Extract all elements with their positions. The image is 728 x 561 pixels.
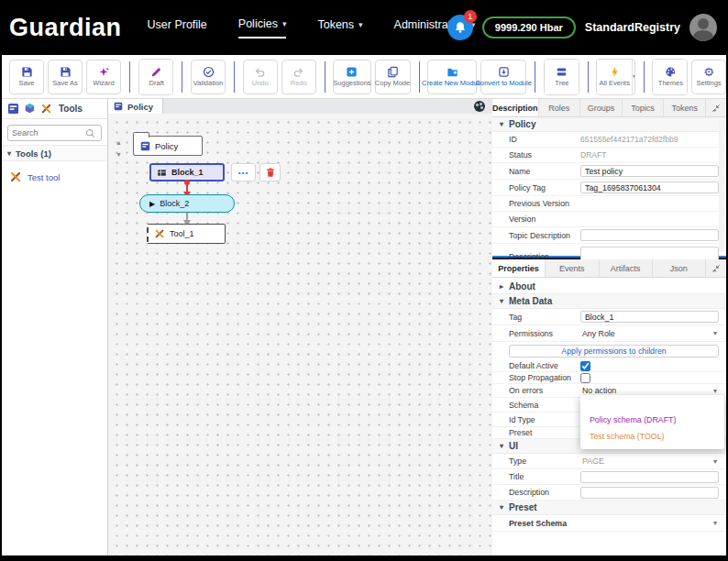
vertical-scrollbar[interactable] — [719, 119, 724, 252]
create-new-module-label: Create New Module — [422, 80, 482, 88]
dropdown-option-policy-schema[interactable]: Policy schema (DRAFT) — [580, 412, 724, 428]
palette-indicator-icon[interactable] — [474, 101, 485, 112]
permissions-select[interactable]: Any Role ▾ — [580, 327, 719, 340]
redo-icon — [292, 66, 304, 79]
wizard-sparkle-icon — [98, 66, 110, 79]
notifications-button[interactable]: 1 — [447, 15, 473, 40]
section-header-policy[interactable]: ▾ Policy — [492, 117, 726, 132]
save-button-label: Save — [18, 80, 34, 88]
undo-button[interactable]: Undo — [243, 60, 278, 94]
section-header-meta-data[interactable]: ▾ Meta Data — [492, 294, 726, 309]
undo-button-label: Undo — [252, 80, 269, 88]
redo-button[interactable]: Redo — [281, 60, 316, 94]
tree-collapse-stepper[interactable]: ▲ ▼ — [116, 139, 122, 158]
field-label: Default Active — [509, 361, 580, 370]
gear-icon: ⚙ — [703, 66, 714, 79]
dropdown-option-test-schema[interactable]: Test schema (TOOL) — [580, 428, 724, 445]
block-node-block-2[interactable]: ▶ Block_2 — [139, 194, 235, 213]
apply-permissions-button[interactable]: Apply permissions to children — [509, 345, 719, 358]
nav-item-tokens[interactable]: Tokens ▾ — [317, 17, 362, 38]
field-label: Type — [509, 456, 580, 466]
draft-button[interactable]: Draft — [139, 60, 174, 94]
collapse-panel-icon[interactable] — [706, 99, 726, 116]
search-input[interactable] — [12, 128, 85, 138]
tab-topics[interactable]: Topics — [623, 99, 665, 116]
all-events-dropdown-caret[interactable]: ▾ — [632, 60, 634, 94]
tool-list-item-test-tool[interactable]: Test tool — [2, 167, 107, 187]
tree-view-button[interactable]: Tree — [545, 60, 579, 94]
save-as-button[interactable]: Save As — [48, 60, 83, 94]
collapse-panel-icon[interactable] — [706, 259, 726, 277]
tab-groups[interactable]: Groups — [580, 99, 623, 116]
field-row-stop-propagation: Stop Propagation — [492, 372, 726, 384]
default-active-checkbox[interactable] — [580, 361, 590, 371]
blocks-tab-icon[interactable] — [7, 103, 19, 115]
convert-to-module-button[interactable]: Convert to Module — [480, 60, 526, 94]
delete-block-button[interactable] — [259, 163, 281, 182]
canvas-grid[interactable]: ▲ ▼ Policy Block_1 ••• ▶ Block_2 — [108, 114, 492, 556]
stop-propagation-checkbox[interactable] — [580, 373, 590, 383]
toolbar-divider — [644, 61, 645, 93]
type-select[interactable]: PAGE ▾ — [580, 455, 719, 468]
hbar-balance-badge[interactable]: 9999.290 Hbar — [482, 16, 576, 38]
preset-schema-select[interactable]: ▾ — [580, 517, 719, 530]
container-block-icon — [157, 168, 167, 178]
dropdown-option-blank[interactable] — [580, 399, 724, 412]
policy-tag-input[interactable] — [580, 182, 719, 193]
wizard-button[interactable]: Wizard — [86, 60, 121, 94]
field-row-policy-tag: Policy Tag — [492, 180, 726, 196]
block-label: Block_1 — [171, 168, 204, 177]
block-node-tool-1[interactable]: Tool_1 — [147, 224, 226, 244]
tab-json[interactable]: Json — [653, 259, 706, 277]
field-readonly-value: DRAFT — [580, 150, 606, 160]
save-button[interactable]: Save — [9, 60, 44, 94]
block-node-policy-root[interactable]: Policy — [133, 136, 203, 156]
nav-item-policies[interactable]: Policies ▾ — [238, 17, 287, 38]
tools-tab-icon[interactable] — [40, 103, 52, 115]
chevron-down-icon: ▾ — [500, 503, 503, 512]
suggestions-button[interactable]: Suggestions — [333, 60, 370, 94]
field-label: Name — [509, 167, 580, 176]
pencil-icon — [150, 66, 162, 79]
field-label: Id Type — [509, 415, 580, 424]
trash-icon — [265, 167, 276, 178]
name-input[interactable] — [580, 165, 719, 177]
settings-button[interactable]: ⚙ Settings — [691, 60, 726, 94]
toolbar-divider — [419, 61, 420, 93]
ui-description-input[interactable] — [580, 487, 719, 499]
block-label: Tool_1 — [170, 229, 194, 238]
section-header-about[interactable]: ▸ About — [492, 280, 726, 294]
wizard-button-label: Wizard — [93, 80, 114, 88]
properties-panel-tabs: Properties Events Artifacts Json — [492, 259, 726, 278]
topic-description-input[interactable] — [580, 229, 719, 241]
tab-description[interactable]: Description — [492, 99, 539, 116]
block-node-block-1-selected[interactable]: Block_1 — [149, 163, 225, 182]
tab-properties[interactable]: Properties — [492, 259, 546, 277]
section-header-preset[interactable]: ▾ Preset — [492, 500, 726, 515]
tab-artifacts[interactable]: Artifacts — [600, 259, 653, 277]
tools-group-header[interactable]: ▾ Tools (1) — [2, 145, 107, 161]
themes-button[interactable]: Themes — [653, 60, 688, 94]
modules-cube-icon[interactable] — [24, 103, 36, 115]
tag-input[interactable] — [580, 311, 719, 323]
tab-tokens[interactable]: Tokens — [664, 99, 706, 116]
copy-mode-button-label: Copy Mode — [375, 80, 410, 88]
lightning-icon — [609, 66, 621, 79]
all-events-button[interactable]: All Events — [597, 60, 632, 94]
nav-item-user-profile[interactable]: User Profile — [148, 17, 207, 38]
tab-roles[interactable]: Roles — [539, 99, 581, 116]
canvas-tab-policy[interactable]: Policy — [108, 99, 163, 114]
field-row-status: Status DRAFT — [492, 148, 726, 163]
nav-right: 1 9999.290 Hbar StandardRegistry — [447, 0, 717, 55]
chevron-down-icon: ▾ — [713, 519, 717, 527]
canvas-tab-bar: Policy — [108, 99, 492, 114]
copy-mode-button[interactable]: Copy Mode — [375, 60, 411, 94]
chevron-down-icon: ▼ — [116, 151, 122, 158]
canvas-tab-label: Policy — [127, 102, 153, 112]
title-input[interactable] — [580, 471, 719, 483]
validation-button[interactable]: Validation — [191, 60, 226, 94]
user-avatar[interactable] — [689, 14, 717, 41]
create-new-module-button[interactable]: Create New Module — [427, 60, 477, 94]
tab-events[interactable]: Events — [546, 259, 599, 277]
block-more-actions-button[interactable]: ••• — [231, 163, 256, 182]
